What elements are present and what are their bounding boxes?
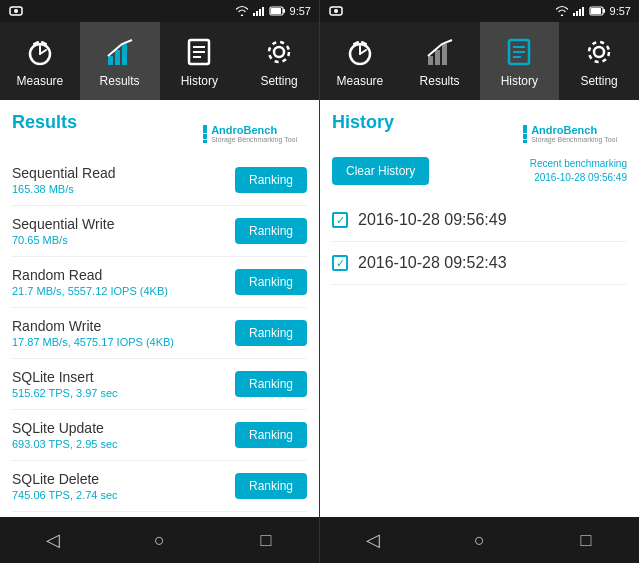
svg-rect-30 bbox=[603, 9, 605, 13]
result-value-4: 515.62 TPS, 3.97 sec bbox=[12, 387, 118, 399]
logo-text: AndroBench Storage Benchmarking Tool bbox=[211, 124, 297, 143]
result-value-5: 693.03 TPS, 2.95 sec bbox=[12, 438, 118, 450]
status-bar-right: 9:57 bbox=[320, 0, 639, 22]
back-button-left[interactable]: ◁ bbox=[33, 520, 73, 560]
svg-rect-31 bbox=[591, 8, 601, 14]
logo-bar-icon-right bbox=[523, 125, 527, 143]
result-name-3: Random Write bbox=[12, 318, 174, 334]
signal-icon-right bbox=[572, 5, 586, 17]
history-item-0[interactable]: 2016-10-28 09:56:49 bbox=[332, 199, 627, 242]
recent-label: Recent benchmarking bbox=[530, 157, 627, 171]
measure-icon-right bbox=[342, 34, 378, 70]
history-icon-right bbox=[501, 34, 537, 70]
ranking-btn-3[interactable]: Ranking bbox=[235, 320, 307, 346]
setting-icon-left bbox=[261, 34, 297, 70]
svg-rect-16 bbox=[122, 44, 127, 65]
nav-measure-right[interactable]: Measure bbox=[320, 22, 400, 100]
nav-history-right[interactable]: History bbox=[480, 22, 560, 100]
svg-rect-8 bbox=[271, 8, 281, 14]
recent-button-left[interactable]: □ bbox=[246, 520, 286, 560]
nav-results-right[interactable]: Results bbox=[400, 22, 480, 100]
back-button-right[interactable]: ◁ bbox=[353, 520, 393, 560]
home-button-right[interactable]: ○ bbox=[459, 520, 499, 560]
recent-button-right[interactable]: □ bbox=[566, 520, 606, 560]
androbench-logo-left: AndroBench Storage Benchmarking Tool bbox=[203, 124, 297, 143]
nav-setting-right[interactable]: Setting bbox=[559, 22, 639, 100]
right-phone: 9:57 Measure bbox=[320, 0, 639, 563]
svg-rect-37 bbox=[428, 56, 433, 65]
svg-rect-39 bbox=[442, 44, 447, 65]
results-header: Results AndroBench Storage Benchmarking … bbox=[12, 112, 307, 143]
android-icon bbox=[8, 5, 24, 17]
signal-icon bbox=[252, 5, 266, 17]
ranking-btn-6[interactable]: Ranking bbox=[235, 473, 307, 499]
result-item-0: Sequential Read 165.38 MB/s Ranking bbox=[12, 155, 307, 206]
ranking-btn-1[interactable]: Ranking bbox=[235, 218, 307, 244]
svg-rect-15 bbox=[115, 50, 120, 65]
status-time-right: 9:57 bbox=[610, 5, 631, 17]
result-item-1: Sequential Write 70.65 MB/s Ranking bbox=[12, 206, 307, 257]
logo-bar-icon bbox=[203, 125, 207, 143]
result-value-6: 745.06 TPS, 2.74 sec bbox=[12, 489, 118, 501]
wifi-icon bbox=[235, 5, 249, 17]
nav-measure-left[interactable]: Measure bbox=[0, 22, 80, 100]
ranking-btn-0[interactable]: Ranking bbox=[235, 167, 307, 193]
content-history: History AndroBench Storage Benchmarking … bbox=[320, 100, 639, 517]
history-checkbox-0[interactable] bbox=[332, 212, 348, 228]
nav-setting-label-left: Setting bbox=[260, 74, 297, 88]
svg-point-24 bbox=[334, 9, 338, 13]
logo-main-right: AndroBench bbox=[531, 124, 617, 136]
logo-text-right: AndroBench Storage Benchmarking Tool bbox=[531, 124, 617, 143]
result-name-4: SQLite Insert bbox=[12, 369, 118, 385]
result-value-1: 70.65 MB/s bbox=[12, 234, 114, 246]
status-bar-left: 9:57 bbox=[0, 0, 319, 22]
svg-rect-4 bbox=[259, 9, 261, 16]
history-timestamp-0: 2016-10-28 09:56:49 bbox=[358, 211, 507, 229]
result-value-2: 21.7 MB/s, 5557.12 IOPS (4KB) bbox=[12, 285, 168, 297]
ranking-btn-2[interactable]: Ranking bbox=[235, 269, 307, 295]
result-item-4: SQLite Insert 515.62 TPS, 3.97 sec Ranki… bbox=[12, 359, 307, 410]
clear-history-button[interactable]: Clear History bbox=[332, 157, 429, 185]
nav-history-left[interactable]: History bbox=[160, 22, 240, 100]
top-nav-right: Measure Results bbox=[320, 22, 639, 100]
svg-rect-7 bbox=[283, 9, 285, 13]
ranking-btn-4[interactable]: Ranking bbox=[235, 371, 307, 397]
svg-point-44 bbox=[594, 47, 604, 57]
result-name-5: SQLite Update bbox=[12, 420, 118, 436]
ranking-btn-5[interactable]: Ranking bbox=[235, 422, 307, 448]
bottom-nav-left: ◁ ○ □ bbox=[0, 517, 319, 563]
svg-rect-28 bbox=[582, 7, 584, 16]
nav-measure-label-right: Measure bbox=[337, 74, 384, 88]
svg-rect-14 bbox=[108, 56, 113, 65]
nav-history-label-left: History bbox=[181, 74, 218, 88]
results-icon bbox=[102, 34, 138, 70]
history-checkbox-1[interactable] bbox=[332, 255, 348, 271]
results-icon-right bbox=[422, 34, 458, 70]
svg-point-45 bbox=[589, 42, 609, 62]
svg-rect-26 bbox=[576, 11, 578, 16]
recent-info: Recent benchmarking 2016-10-28 09:56:49 bbox=[530, 157, 627, 185]
logo-sub-left: Storage Benchmarking Tool bbox=[211, 136, 297, 143]
history-icon-left bbox=[181, 34, 217, 70]
nav-results-left[interactable]: Results bbox=[80, 22, 160, 100]
results-title: Results bbox=[12, 112, 77, 133]
setting-icon-right bbox=[581, 34, 617, 70]
top-nav-left: Measure Results bbox=[0, 22, 319, 100]
history-title: History bbox=[332, 112, 394, 133]
nav-history-label-right: History bbox=[501, 74, 538, 88]
result-item-5: SQLite Update 693.03 TPS, 2.95 sec Ranki… bbox=[12, 410, 307, 461]
svg-rect-27 bbox=[579, 9, 581, 16]
home-button-left[interactable]: ○ bbox=[139, 520, 179, 560]
svg-rect-38 bbox=[435, 50, 440, 65]
result-name-0: Sequential Read bbox=[12, 165, 116, 181]
svg-rect-2 bbox=[253, 13, 255, 16]
status-right-icons: 9:57 bbox=[235, 5, 311, 17]
nav-results-label-right: Results bbox=[420, 74, 460, 88]
result-item-6: SQLite Delete 745.06 TPS, 2.74 sec Ranki… bbox=[12, 461, 307, 512]
history-item-1[interactable]: 2016-10-28 09:52:43 bbox=[332, 242, 627, 285]
nav-setting-left[interactable]: Setting bbox=[239, 22, 319, 100]
history-timestamp-1: 2016-10-28 09:52:43 bbox=[358, 254, 507, 272]
result-item-2: Random Read 21.7 MB/s, 5557.12 IOPS (4KB… bbox=[12, 257, 307, 308]
svg-rect-25 bbox=[573, 13, 575, 16]
result-value-0: 165.38 MB/s bbox=[12, 183, 116, 195]
